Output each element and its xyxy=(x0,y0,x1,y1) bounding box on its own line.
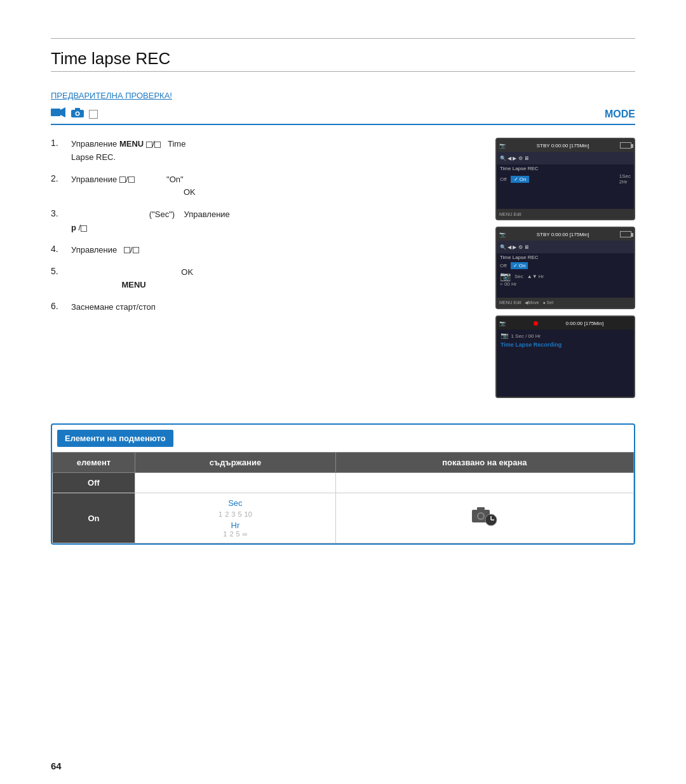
table-header-label: Елементи на подменюто xyxy=(57,430,173,447)
svg-rect-5 xyxy=(75,108,80,110)
screen-3-photo-icon: 📷 xyxy=(501,332,508,339)
screen-3-info: 📷 1 Sec / 00 Hr xyxy=(501,332,630,339)
screen-2-opt-off: Off xyxy=(500,263,507,269)
page-title: Time lapse REC xyxy=(51,49,635,69)
step-6-num: 6. xyxy=(51,301,66,311)
photo-camera-icon xyxy=(71,107,84,121)
table-header-row: елемент съдържание показвано на екрана xyxy=(53,453,634,473)
svg-rect-9 xyxy=(477,507,485,511)
steps-area: 1. Управление MENU / Time Lapse REC. 2. … xyxy=(51,138,483,398)
step-6-text: Заснемане старт/стоп xyxy=(71,301,156,314)
col-header-display: показвано на екрана xyxy=(335,453,633,473)
step-2-num: 2. xyxy=(51,173,66,183)
svg-marker-1 xyxy=(60,107,65,117)
screen-1: 📷 STBY 0:00:00 [175Min] 🔍 ◀ ▶ ⚙ 🖥 Time L… xyxy=(495,138,635,220)
screen-3-timelapse-text: Time Lapse Recording xyxy=(501,342,630,348)
item-on: On xyxy=(53,493,135,543)
table-section: Елементи на подменюто елемент съдържание… xyxy=(51,423,635,545)
col-header-content: съдържание xyxy=(135,453,336,473)
step-5-text: OK MENU xyxy=(71,266,193,293)
step-1-num: 1. xyxy=(51,138,66,148)
screen-2-photo-icon: 📷 xyxy=(500,271,511,281)
display-off xyxy=(335,473,633,493)
page-number: 64 xyxy=(51,761,62,771)
mode-row: MODE xyxy=(51,107,635,125)
content-on: Sec 1 2 3 5 10 Hr 1 2 5 xyxy=(135,493,336,543)
screen-2-battery xyxy=(620,231,631,237)
screen-2-topbar: 📷 STBY 0:00:00 [175Min] xyxy=(497,228,634,241)
step-2-text: Управление / "On" OK xyxy=(71,173,196,200)
precheck-label: ПРЕДВАРИТЕЛНА ПРОВЕРКА! xyxy=(51,91,635,100)
top-rule xyxy=(51,38,635,39)
step-4: 4. Управление / xyxy=(51,244,483,257)
screen-2: 📷 STBY 0:00:00 [175Min] 🔍 ◀ ▶ ⚙ 🖥 Time L… xyxy=(495,227,635,309)
screen-1-topbar: 📷 STBY 0:00:00 [175Min] xyxy=(497,139,634,152)
data-table: елемент съдържание показвано на екрана O… xyxy=(52,452,634,543)
screen-3-cam-icon: 📷 xyxy=(499,321,506,326)
step-3: 3. ("Sec") Управление p / xyxy=(51,208,483,235)
col-header-item: елемент xyxy=(53,453,135,473)
sec-label: Sec xyxy=(143,498,328,508)
step-3-num: 3. xyxy=(51,208,66,218)
screen-1-menu-label: MENU Edit xyxy=(499,212,521,216)
screen-1-bottom: MENU Edit xyxy=(497,209,634,219)
mode-label: MODE xyxy=(605,109,635,120)
screen-1-opt-on: ✓ On xyxy=(511,176,530,183)
item-off: Off xyxy=(53,473,135,493)
step-4-num: 4. xyxy=(51,244,66,254)
content-off xyxy=(135,473,336,493)
step-4-text: Управление / xyxy=(71,244,139,257)
mode-square xyxy=(89,110,98,119)
screen-3-recbar: 📷 0:00:00 [175Min] xyxy=(497,317,634,329)
table-row-off: Off xyxy=(53,473,634,493)
rec-dot xyxy=(534,321,538,326)
screen-2-value: = 00 Hr xyxy=(500,281,631,287)
screen-1-cam-icon: 📷 xyxy=(499,143,506,149)
screen-1-menu-title: Time Lapse REC xyxy=(500,166,631,171)
screen-3-time: 0:00:00 [175Min] xyxy=(566,321,604,326)
screen-3: 📷 0:00:00 [175Min] 📷 1 Sec / 00 Hr Time … xyxy=(495,316,635,398)
screen-2-nav: 🔍 ◀ ▶ ⚙ 🖥 xyxy=(500,244,529,250)
svg-point-8 xyxy=(478,514,483,519)
step-5: 5. OK MENU xyxy=(51,266,483,293)
step-2: 2. Управление / "On" OK xyxy=(51,173,483,200)
screen-1-battery xyxy=(620,142,631,149)
screen-2-nav-bar: MENU Edit ◀Move ● Set xyxy=(499,300,553,305)
screen-1-value: 1Sec2Hr xyxy=(619,173,631,185)
screen-2-cam-icon: 📷 xyxy=(499,232,506,237)
mode-icons xyxy=(51,107,98,121)
screen-2-arrows: ▲▼ Hr xyxy=(527,274,544,279)
svg-rect-0 xyxy=(51,109,60,116)
video-camera-icon xyxy=(51,107,66,121)
display-on xyxy=(335,493,633,543)
screen-1-opt-off: Off xyxy=(500,176,507,182)
hr-nums: 1 2 5 ∞ xyxy=(143,530,328,538)
screen-1-nav: 🔍 ◀ ▶ ⚙ 🖥 xyxy=(500,156,529,161)
hr-label: Hr xyxy=(143,521,328,530)
timelapse-display-icon xyxy=(472,514,497,529)
sec-nums: 1 2 3 5 10 xyxy=(143,510,328,518)
screen-1-status: STBY 0:00:00 [175Min] xyxy=(537,143,589,149)
screen-2-menu-title: Time Lapse REC xyxy=(500,255,631,260)
title-underline xyxy=(51,71,635,72)
screen-2-bottom: MENU Edit ◀Move ● Set xyxy=(497,298,634,308)
step-1-text: Управление MENU / Time Lapse REC. xyxy=(71,138,185,164)
svg-point-4 xyxy=(76,112,79,115)
screen-2-sec-label: Sec xyxy=(514,274,523,279)
step-1: 1. Управление MENU / Time Lapse REC. xyxy=(51,138,483,164)
screen-2-status: STBY 0:00:00 [175Min] xyxy=(537,232,589,237)
step-5-num: 5. xyxy=(51,266,66,276)
step-3-text: ("Sec") Управление p / xyxy=(71,208,230,235)
table-row-on: On Sec 1 2 3 5 10 Hr 1 2 xyxy=(53,493,634,543)
step-6: 6. Заснемане старт/стоп xyxy=(51,301,483,314)
content-area: 1. Управление MENU / Time Lapse REC. 2. … xyxy=(51,138,635,398)
screenshots-area: 📷 STBY 0:00:00 [175Min] 🔍 ◀ ▶ ⚙ 🖥 Time L… xyxy=(495,138,635,398)
screen-2-opt-on: ✓ On xyxy=(511,262,528,269)
